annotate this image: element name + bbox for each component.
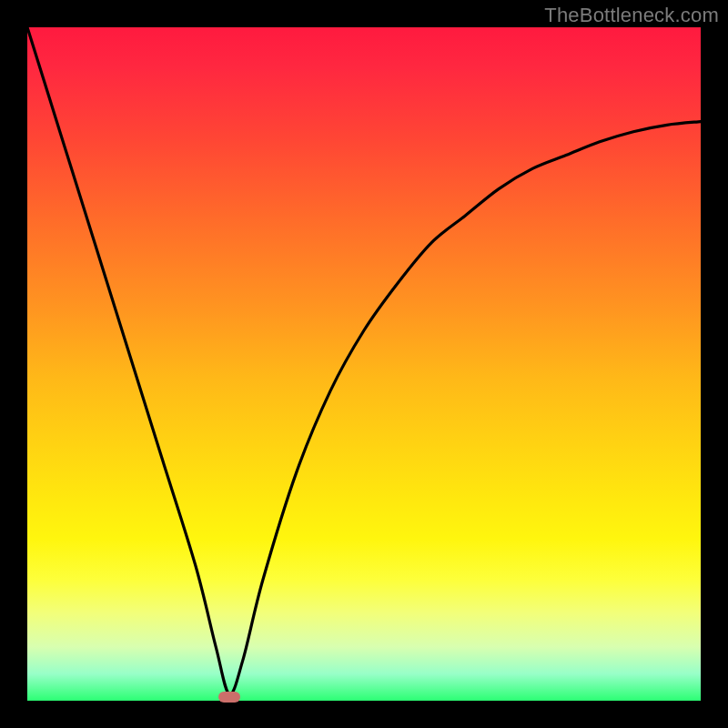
chart-frame: TheBottleneck.com bbox=[0, 0, 728, 728]
bottleneck-curve bbox=[27, 27, 701, 701]
plot-area bbox=[27, 27, 701, 701]
attribution-text: TheBottleneck.com bbox=[544, 4, 719, 27]
optimum-marker bbox=[218, 692, 240, 703]
